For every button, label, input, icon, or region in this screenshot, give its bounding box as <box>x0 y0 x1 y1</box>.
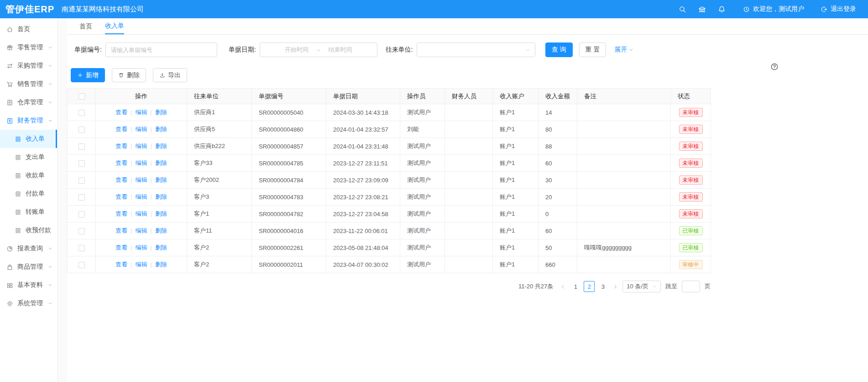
page-size-select[interactable]: 10 条/页 <box>622 281 661 292</box>
jump-label: 跳至 <box>665 282 677 291</box>
cell-amount: 88 <box>539 138 577 155</box>
page-button-1[interactable]: 1 <box>570 281 581 292</box>
doc-icon <box>15 136 21 143</box>
column-header: 单据编号 <box>252 89 326 104</box>
view-link[interactable]: 查看 <box>115 109 127 116</box>
cell-bill-no: SR00000004784 <box>252 172 326 189</box>
tab-home[interactable]: 首页 <box>79 18 92 34</box>
sidebar-item-prepayment[interactable]: 收预付款 <box>0 221 57 239</box>
bank-icon[interactable] <box>698 5 706 13</box>
bill-no-input[interactable] <box>105 42 217 57</box>
delete-link[interactable]: 删除 <box>155 143 167 149</box>
chevron-down-icon <box>48 64 52 68</box>
sidebar-item-finance[interactable]: 财务管理 <box>0 111 57 130</box>
row-checkbox[interactable] <box>78 262 85 268</box>
sidebar-item-warehouse[interactable]: 仓库管理 <box>0 93 57 111</box>
view-link[interactable]: 查看 <box>115 261 127 268</box>
view-link[interactable]: 查看 <box>115 193 127 200</box>
cell-amount: 50 <box>539 239 577 256</box>
row-checkbox[interactable] <box>78 127 85 133</box>
date-range-input[interactable]: 开始时间 ~ 结束时间 <box>260 42 377 57</box>
row-checkbox[interactable] <box>78 143 85 150</box>
logout-button[interactable]: 退出登录 <box>821 5 856 13</box>
view-link[interactable]: 查看 <box>115 210 127 217</box>
help-icon[interactable] <box>770 63 779 71</box>
prev-page-icon[interactable] <box>560 284 565 289</box>
sidebar-item-reports[interactable]: 报表查询 <box>0 239 57 258</box>
delete-link[interactable]: 删除 <box>155 109 167 116</box>
edit-link[interactable]: 编辑 <box>136 109 147 116</box>
page-button-2[interactable]: 2 <box>584 281 595 292</box>
view-link[interactable]: 查看 <box>115 227 127 234</box>
edit-link[interactable]: 编辑 <box>136 126 147 133</box>
view-link[interactable]: 查看 <box>115 244 127 251</box>
row-checkbox[interactable] <box>78 245 85 251</box>
delete-link[interactable]: 删除 <box>155 176 167 183</box>
view-link[interactable]: 查看 <box>115 143 127 149</box>
edit-link[interactable]: 编辑 <box>136 159 147 166</box>
table-header-row: 操作往来单位单据编号单据日期操作员财务人员收入账户收入金额备注状态 <box>68 89 711 104</box>
edit-link[interactable]: 编辑 <box>136 193 147 200</box>
link-separator: | <box>131 261 132 268</box>
cell-amount: 60 <box>539 223 577 239</box>
jump-page-input[interactable] <box>682 281 700 292</box>
view-link[interactable]: 查看 <box>115 159 127 166</box>
edit-link[interactable]: 编辑 <box>136 244 147 251</box>
edit-link[interactable]: 编辑 <box>136 227 147 234</box>
delete-link[interactable]: 删除 <box>155 210 167 217</box>
next-page-icon[interactable] <box>613 284 618 289</box>
delete-link[interactable]: 删除 <box>155 244 167 251</box>
search-button[interactable]: 查 询 <box>545 42 573 57</box>
view-link[interactable]: 查看 <box>115 126 127 133</box>
sidebar-item-receipt-bill[interactable]: 收款单 <box>0 166 57 185</box>
row-checkbox[interactable] <box>78 177 85 184</box>
page-button-3[interactable]: 3 <box>597 281 608 292</box>
row-checkbox[interactable] <box>78 194 85 201</box>
cell-account: 账户1 <box>493 172 539 189</box>
tab-income-bill[interactable]: 收入单 <box>105 18 124 34</box>
row-checkbox[interactable] <box>78 211 85 218</box>
expand-toggle[interactable]: 展开 <box>614 46 633 54</box>
table-row: 查看|编辑|删除 供应商5 SR00000004860 2024-01-04 2… <box>68 121 711 138</box>
delete-link[interactable]: 删除 <box>155 227 167 234</box>
edit-link[interactable]: 编辑 <box>136 143 147 149</box>
row-checkbox[interactable] <box>78 110 85 116</box>
sidebar-item-basic-data[interactable]: 基本资料 <box>0 276 57 294</box>
add-button[interactable]: 新增 <box>71 68 105 82</box>
row-checkbox[interactable] <box>78 160 85 167</box>
edit-link[interactable]: 编辑 <box>136 261 147 268</box>
sidebar-item-payment-bill[interactable]: 付款单 <box>0 185 57 203</box>
view-link[interactable]: 查看 <box>115 176 127 183</box>
sidebar-item-income-bill[interactable]: 收入单 <box>0 130 57 148</box>
sidebar: 首页零售管理采购管理销售管理仓库管理财务管理收入单支出单收款单付款单转账单收预付… <box>0 18 57 382</box>
delete-link[interactable]: 删除 <box>155 126 167 133</box>
cell-actions: 查看|编辑|删除 <box>96 104 187 121</box>
sidebar-item-home[interactable]: 首页 <box>0 20 57 38</box>
row-checkbox[interactable] <box>78 228 85 234</box>
cell-account: 账户1 <box>493 206 539 223</box>
edit-link[interactable]: 编辑 <box>136 210 147 217</box>
delete-link[interactable]: 删除 <box>155 261 167 268</box>
user-menu[interactable]: 欢迎您，测试用户 <box>743 5 804 13</box>
plus-icon <box>77 72 83 78</box>
search-icon[interactable] <box>679 5 686 13</box>
sidebar-item-system[interactable]: 系统管理 <box>0 294 57 313</box>
bell-icon[interactable] <box>718 5 726 13</box>
sidebar-item-purchase[interactable]: 采购管理 <box>0 57 57 75</box>
cell-remark <box>577 256 671 273</box>
edit-link[interactable]: 编辑 <box>136 176 147 183</box>
select-all-checkbox[interactable] <box>78 93 85 100</box>
delete-link[interactable]: 删除 <box>155 193 167 200</box>
sidebar-item-goods[interactable]: 商品管理 <box>0 258 57 276</box>
export-button[interactable]: 导出 <box>153 68 187 82</box>
sidebar-item-sales[interactable]: 销售管理 <box>0 75 57 93</box>
reset-button[interactable]: 重 置 <box>579 42 607 57</box>
sidebar-item-transfer-bill[interactable]: 转账单 <box>0 203 57 221</box>
cell-operator: 测试用户 <box>400 155 445 172</box>
sidebar-item-retail[interactable]: 零售管理 <box>0 38 57 57</box>
delete-button[interactable]: 删除 <box>112 68 146 82</box>
column-header: 状态 <box>671 89 711 104</box>
sidebar-item-expense-bill[interactable]: 支出单 <box>0 148 57 166</box>
partner-select[interactable] <box>417 42 535 57</box>
delete-link[interactable]: 删除 <box>155 159 167 166</box>
